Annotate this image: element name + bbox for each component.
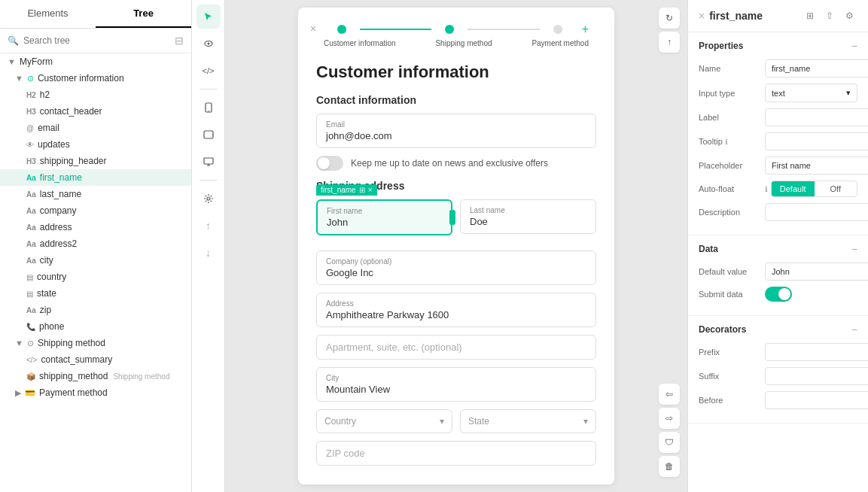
toggle-row: Keep me up to date on news and exclusive… xyxy=(316,156,596,171)
updates-label: Keep me up to date on news and exclusive… xyxy=(351,158,548,169)
tree-item-state[interactable]: ▤ state xyxy=(0,285,191,302)
tree-item-address[interactable]: Aa address xyxy=(0,219,191,235)
label-prop-input[interactable] xyxy=(765,108,868,126)
tree-item-address2[interactable]: Aa address2 xyxy=(0,235,191,252)
step-dot-1 xyxy=(337,25,346,34)
first-name-field[interactable]: First name John xyxy=(316,199,452,235)
arrow-down-tool-button[interactable]: ↓ xyxy=(196,241,221,265)
description-prop-input[interactable] xyxy=(765,203,868,221)
tree-item-country[interactable]: ▤ country xyxy=(0,269,191,285)
expand-left-button[interactable]: ⇦ xyxy=(659,384,680,405)
mobile-tool-button[interactable] xyxy=(196,96,221,120)
address-field[interactable]: Address Amphitheatre Parkway 1600 xyxy=(316,293,596,327)
field-copy-button[interactable]: ⊞ xyxy=(359,186,365,194)
code-tool-button[interactable]: </> xyxy=(196,59,221,83)
move-button[interactable]: ⇧ xyxy=(821,8,838,24)
city-field[interactable]: City Mountain View xyxy=(316,367,596,402)
auto-float-toggle: Default Off xyxy=(771,181,857,197)
chevron-icon3: ▶ xyxy=(15,388,21,398)
stepper-labels: Customer information Shipping method Pay… xyxy=(324,39,589,47)
first-name-label: First name xyxy=(327,207,442,215)
close-button[interactable]: × xyxy=(699,10,705,22)
tree-item-updates[interactable]: 👁 updates xyxy=(0,136,191,153)
stepper-line-1 xyxy=(360,29,432,30)
default-value-input[interactable] xyxy=(765,263,868,281)
prefix-prop-input[interactable] xyxy=(765,343,868,361)
auto-float-off-button[interactable]: Off xyxy=(815,181,857,196)
decorators-section-header: Decorators − xyxy=(699,323,857,336)
expand-right-button[interactable]: ⇨ xyxy=(659,408,680,429)
tree-item-shipping-method-item[interactable]: 📦 shipping_method Shipping method xyxy=(0,368,191,384)
stepper-add-icon[interactable]: + xyxy=(582,23,589,36)
settings-button[interactable]: ⚙ xyxy=(841,8,857,24)
tree-item-company[interactable]: Aa company xyxy=(0,202,191,219)
address2-field[interactable]: Apartment, suite, etc. (optional) xyxy=(316,335,596,360)
company-field[interactable]: Company (optional) Google Inc xyxy=(316,251,596,285)
country-select[interactable]: Country ▾ xyxy=(316,409,452,433)
tree-item-phone[interactable]: 📞 phone xyxy=(0,318,191,335)
search-input[interactable] xyxy=(23,35,170,46)
tree-item-email-label: email xyxy=(38,123,59,133)
tree-item-h2[interactable]: H2 h2 xyxy=(0,87,191,103)
data-collapse-button[interactable]: − xyxy=(851,243,857,255)
refresh-button[interactable]: ↻ xyxy=(659,8,680,29)
stepper-close-icon[interactable]: × xyxy=(310,23,316,35)
auto-float-default-button[interactable]: Default xyxy=(772,181,815,196)
tree-item-shipping-header[interactable]: H3 shipping_header xyxy=(0,153,191,169)
placeholder-prop-input[interactable] xyxy=(765,156,868,175)
delete-button[interactable]: 🗑 xyxy=(659,456,680,477)
first-name-resize-handle[interactable] xyxy=(449,210,455,225)
state-select[interactable]: State ▾ xyxy=(460,409,596,433)
arrow-up-button[interactable]: ↑ xyxy=(659,32,680,53)
tree-item-company-label: company xyxy=(40,205,77,216)
before-prop-input[interactable] xyxy=(765,391,868,409)
last-name-field[interactable]: Last name Doe xyxy=(460,199,596,234)
payment-method-label: Payment method xyxy=(39,387,108,398)
tree-item-contact-header[interactable]: H3 contact_header xyxy=(0,103,191,120)
arrow-up-tool-button[interactable]: ↑ xyxy=(196,214,221,238)
contact-section-title: Contact information xyxy=(316,94,596,106)
duplicate-button[interactable]: ⊞ xyxy=(802,8,818,24)
properties-collapse-button[interactable]: − xyxy=(851,40,857,52)
submit-data-toggle[interactable] xyxy=(765,287,792,302)
collapse-icon[interactable]: ⊟ xyxy=(175,35,184,47)
tree-root[interactable]: ▼ MyForm xyxy=(0,53,191,70)
tree-item-city[interactable]: Aa city xyxy=(0,252,191,269)
placeholder-prop-label: Placeholder xyxy=(699,161,759,170)
sidebar-item-shipping-method[interactable]: ▼ ⊙ Shipping method xyxy=(0,335,191,351)
tooltip-prop-row: Tooltip ℹ xyxy=(699,132,857,150)
tab-bar: Elements Tree xyxy=(0,0,191,29)
input-type-select[interactable]: text ▾ xyxy=(765,84,857,102)
sidebar-item-payment-method[interactable]: ▶ 💳 Payment method xyxy=(0,384,191,401)
name-fields-row: first_name ⊞ × First name John Last name… xyxy=(316,199,596,243)
svg-rect-6 xyxy=(204,158,213,164)
tree-item-email[interactable]: @ email xyxy=(0,120,191,136)
tree-item-zip[interactable]: Aa zip xyxy=(0,302,191,318)
tab-tree[interactable]: Tree xyxy=(96,0,191,28)
name-prop-input[interactable] xyxy=(765,59,868,77)
submit-switch[interactable] xyxy=(765,287,792,302)
tab-elements[interactable]: Elements xyxy=(0,0,96,28)
zip-field[interactable]: ZIP code xyxy=(316,441,596,466)
step-dot-2 xyxy=(445,25,454,34)
properties-section-header: Properties − xyxy=(699,40,857,52)
sidebar-item-customer-information[interactable]: ▼ ⊙ Customer information xyxy=(0,70,191,87)
tooltip-prop-input[interactable] xyxy=(765,132,868,150)
h2-icon: H2 xyxy=(26,91,36,99)
tree-item-first-name[interactable]: Aa first_name xyxy=(0,169,191,186)
email-field[interactable]: Email john@doe.com xyxy=(316,114,596,148)
tablet-tool-button[interactable] xyxy=(196,123,221,147)
tree-item-last-name[interactable]: Aa last_name xyxy=(0,186,191,202)
shield-button[interactable]: 🛡 xyxy=(659,432,680,453)
state-chevron-icon: ▾ xyxy=(583,416,588,427)
step-label-1: Customer information xyxy=(324,39,396,47)
settings-tool-button[interactable] xyxy=(196,187,221,211)
field-delete-button[interactable]: × xyxy=(368,186,373,194)
suffix-prop-input[interactable] xyxy=(765,367,868,385)
decorators-collapse-button[interactable]: − xyxy=(851,323,857,336)
cursor-tool-button[interactable] xyxy=(196,5,221,29)
updates-toggle[interactable] xyxy=(316,156,343,171)
eye-tool-button[interactable] xyxy=(196,32,221,56)
desktop-tool-button[interactable] xyxy=(196,150,221,174)
tree-item-contact-summary[interactable]: </> contact_summary xyxy=(0,351,191,368)
